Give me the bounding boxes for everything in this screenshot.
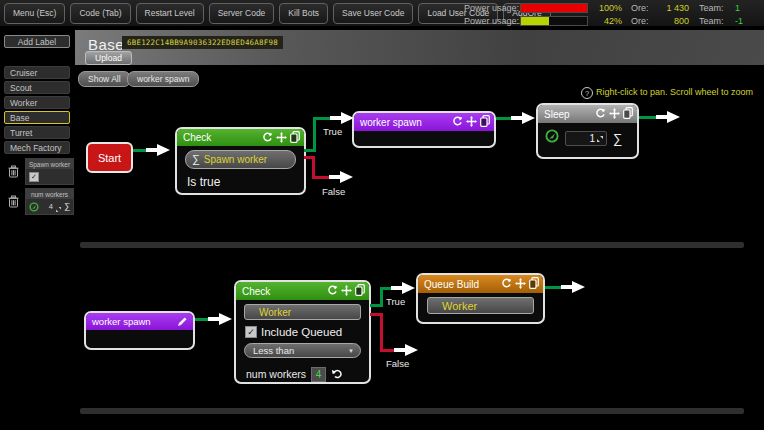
undo-icon[interactable] (331, 365, 343, 383)
unit-select-button[interactable]: Worker (244, 304, 361, 320)
copy-icon[interactable] (529, 275, 539, 293)
wire-queue-out (545, 286, 562, 289)
sidebar: Add Label Cruiser Scout Worker Base Turr… (0, 28, 75, 430)
sidebar-item-turret[interactable]: Turret (4, 126, 70, 139)
ore-label-1: Ore: (631, 3, 655, 13)
trash-icon[interactable] (8, 164, 19, 182)
trash-icon[interactable] (8, 194, 19, 212)
signal-select-button[interactable]: ∑ Spawn worker (185, 150, 296, 169)
duration-input[interactable]: 1 (565, 131, 607, 146)
top-toolbar: Menu (Esc) Code (Tab) Restart Level Serv… (0, 0, 764, 28)
variable-num-workers: num workers 4 ∑ (0, 188, 74, 215)
power-row-1: Power usage: 100% Ore: 1 430 Team: 1 (464, 1, 760, 14)
copy-icon[interactable] (355, 282, 365, 300)
unit-header-band: Base 6BE122C14BB9A9036322ED8ED46A8F98 Up… (75, 30, 764, 65)
wire-to-sleep (496, 117, 511, 120)
start-node[interactable]: Start (86, 142, 133, 173)
move-icon[interactable] (466, 113, 477, 131)
power-usage-label: Power usage: (464, 3, 520, 13)
pan-zoom-hint: Right-click to pan. Scroll wheel to zoom (596, 87, 753, 97)
node-title: Queue Build (424, 279, 501, 290)
power-percent-1: 100% (588, 3, 622, 13)
move-icon[interactable] (515, 275, 526, 293)
refresh-icon[interactable] (501, 275, 512, 293)
variable-value[interactable]: 4 (49, 202, 53, 211)
sidebar-item-mech-factory[interactable]: Mech Factory (4, 141, 70, 154)
arrow-icon (511, 110, 535, 126)
count-variable-label[interactable]: num workers (246, 368, 306, 380)
add-label-button[interactable]: Add Label (4, 35, 70, 48)
gauge-icon (29, 198, 39, 216)
duration-value: 1 (589, 133, 595, 144)
sigma-icon[interactable]: ∑ (613, 132, 622, 145)
worker-spawn-node[interactable]: worker spawn (352, 111, 496, 148)
false-branch-label: False (386, 358, 409, 369)
team-value-2: -1 (733, 16, 753, 26)
team-label-1: Team: (699, 3, 733, 13)
team-label-2: Team: (699, 16, 733, 26)
arrow-icon (394, 342, 418, 358)
include-queued-checkbox[interactable]: ✓ (245, 326, 257, 338)
kill-bots-button[interactable]: Kill Bots (279, 3, 328, 24)
power-bar-1 (520, 3, 588, 13)
ore-value-2: 800 (655, 16, 689, 26)
unit-select-button[interactable]: Worker (427, 297, 534, 314)
upload-button[interactable]: Upload (85, 51, 132, 65)
move-icon[interactable] (609, 105, 620, 123)
power-bar-2 (520, 16, 588, 26)
gauge-icon (545, 129, 559, 147)
arrow-icon (146, 142, 170, 158)
graph-top-scrollbar[interactable] (80, 242, 744, 248)
queue-build-node[interactable]: Queue Build Worker (416, 273, 545, 324)
menu-button[interactable]: Menu (Esc) (4, 3, 65, 24)
graph-bottom-scrollbar[interactable] (80, 408, 744, 414)
node-title: Sleep (544, 109, 595, 120)
refresh-icon[interactable] (452, 113, 463, 131)
refresh-icon[interactable] (327, 282, 338, 300)
wire-label-check (195, 318, 208, 321)
tab-worker-spawn[interactable]: worker spawn (127, 71, 199, 87)
server-code-button[interactable]: Server Code (209, 3, 275, 24)
question-icon: ? (581, 87, 593, 99)
comparison-dropdown[interactable]: Less than ▼ (244, 343, 361, 358)
sleep-node[interactable]: Sleep 1 ∑ (536, 103, 639, 159)
ore-value-1: 1 430 (655, 3, 689, 13)
move-icon[interactable] (276, 129, 287, 147)
save-user-code-button[interactable]: Save User Code (333, 3, 413, 24)
edit-pencil-icon[interactable] (177, 313, 188, 331)
check-node-bottom[interactable]: Check Worker ✓ Include Queued Less than … (234, 280, 371, 384)
code-button[interactable]: Code (Tab) (70, 3, 130, 24)
arrow-icon (208, 311, 232, 327)
sigma-icon: ∑ (64, 202, 70, 211)
scrub-icon (597, 133, 603, 144)
variable-checkbox[interactable]: ✓ (29, 172, 39, 182)
sidebar-item-worker[interactable]: Worker (4, 96, 70, 109)
copy-icon[interactable] (480, 113, 490, 131)
wire-false-seg (380, 313, 383, 352)
wire-true-seg (380, 287, 383, 307)
status-panel: Power usage: 100% Ore: 1 430 Team: 1 Pow… (464, 1, 760, 27)
copy-icon[interactable] (290, 129, 300, 147)
scrub-icon (56, 198, 61, 216)
arrow-icon (329, 169, 353, 185)
arrow-icon (561, 279, 585, 295)
refresh-icon[interactable] (262, 129, 273, 147)
power-percent-2: 42% (588, 16, 622, 26)
worker-spawn-label-node[interactable]: worker spawn (84, 311, 195, 350)
variable-name: Spawn worker (26, 159, 73, 169)
tab-show-all[interactable]: Show All (78, 71, 131, 87)
signal-name: Spawn worker (204, 154, 267, 165)
wire-sleep-out (639, 116, 657, 119)
check-node-top[interactable]: Check ∑ Spawn worker Is true (175, 127, 306, 195)
sidebar-item-cruiser[interactable]: Cruiser (4, 66, 70, 79)
count-value-box[interactable]: 4 (311, 367, 326, 382)
refresh-icon[interactable] (595, 105, 606, 123)
condition-text[interactable]: Is true (187, 175, 304, 189)
sidebar-item-base[interactable]: Base (4, 111, 70, 124)
copy-icon[interactable] (623, 105, 633, 123)
variable-spawn-worker: Spawn worker ✓ (0, 158, 74, 185)
move-icon[interactable] (341, 282, 352, 300)
node-title: Check (183, 132, 262, 143)
sidebar-item-scout[interactable]: Scout (4, 81, 70, 94)
restart-level-button[interactable]: Restart Level (136, 3, 204, 24)
